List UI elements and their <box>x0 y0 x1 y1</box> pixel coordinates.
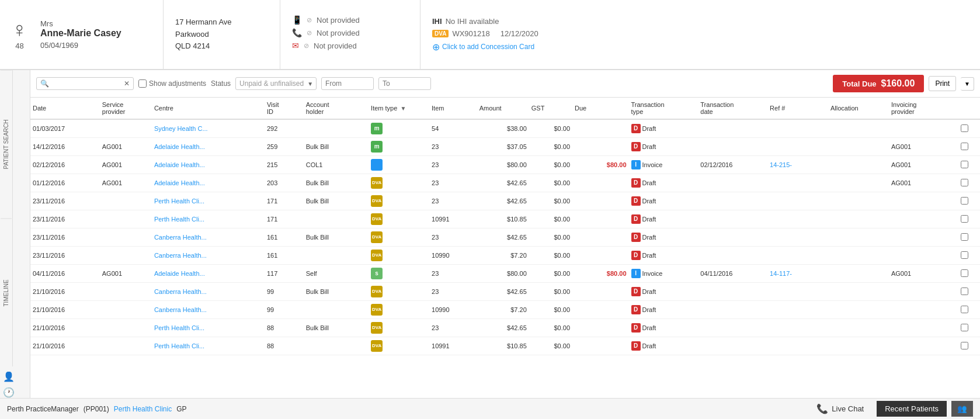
cell-ref <box>767 174 828 192</box>
clock-icon[interactable]: 🕐 <box>3 387 15 398</box>
add-concession-icon: ⊕ <box>432 41 440 53</box>
cell-amount: $42.65 <box>477 174 529 192</box>
cell-transaction-date <box>698 119 767 138</box>
sidebar-tab-patient-search[interactable]: PATIENT SEARCH <box>1 70 12 219</box>
table-row[interactable]: 01/03/2017 Sydney Health C... 292 m 54 $… <box>30 119 980 138</box>
cell-transaction-type: D Draft <box>629 247 698 265</box>
cell-sp <box>100 228 152 247</box>
header-visit-id: VisitID <box>265 98 304 119</box>
sidebar-tab-timeline[interactable]: TIMELINE <box>1 219 12 367</box>
cell-transaction-date <box>698 228 767 247</box>
cell-item-type <box>369 156 429 174</box>
table-row[interactable]: 23/11/2016 Canberra Health... 161 DVA 10… <box>30 247 980 265</box>
header-account-holder: Accountholder <box>304 98 369 119</box>
cell-item: 23 <box>429 156 477 174</box>
cell-allocation <box>828 192 889 210</box>
cell-gst: $0.00 <box>529 156 572 174</box>
add-concession-link[interactable]: ⊕ Click to add Concession Card <box>432 41 538 53</box>
cell-invoicing-provider <box>889 210 958 228</box>
cell-account-holder: Bulk Bill <box>304 138 369 156</box>
patient-icon[interactable]: 👤 <box>3 371 15 382</box>
print-dropdown-button[interactable]: ▼ <box>961 77 974 91</box>
total-due-button[interactable]: Total Due $160.00 <box>833 75 924 92</box>
table-row[interactable]: 21/10/2016 Perth Health Cli... 88 DVA 10… <box>30 337 980 355</box>
cell-transaction-type: D Draft <box>629 228 698 247</box>
cell-checkbox[interactable] <box>958 156 980 174</box>
cell-checkbox[interactable] <box>958 210 980 228</box>
cell-visit-id: 88 <box>265 337 304 355</box>
cell-checkbox[interactable] <box>958 119 980 138</box>
header-transaction-date: Transactiondate <box>698 98 767 119</box>
cell-amount: $42.65 <box>477 192 529 210</box>
cell-date: 21/10/2016 <box>30 283 100 301</box>
cell-allocation <box>828 319 889 337</box>
table-row[interactable]: 04/11/2016 AG001 Adelaide Health... 117 … <box>30 265 980 283</box>
cell-transaction-type: D Draft <box>629 301 698 319</box>
dva-date: 12/12/2020 <box>501 29 538 38</box>
cell-transaction-type: D Draft <box>629 174 698 192</box>
table-row[interactable]: 01/12/2016 AG001 Adelaide Health... 203 … <box>30 174 980 192</box>
cell-item-type: DVA <box>369 301 429 319</box>
header-allocation: Allocation <box>828 98 889 119</box>
no-circle-icon3: ⊘ <box>304 42 309 50</box>
header-item: Item <box>429 98 477 119</box>
mobile-icon: 📱 <box>292 15 302 25</box>
table-row[interactable]: 21/10/2016 Perth Health Cli... 88 Bulk B… <box>30 319 980 337</box>
cell-checkbox[interactable] <box>958 265 980 283</box>
live-chat-button[interactable]: 📞 Live Chat <box>808 400 872 418</box>
item-type-filter-icon[interactable]: ▼ <box>400 105 406 112</box>
cell-centre: Perth Health Cli... <box>152 192 265 210</box>
table-row[interactable]: 23/11/2016 Perth Health Cli... 171 Bulk … <box>30 192 980 210</box>
transactions-table-container: Date Serviceprovider Centre VisitID Acco… <box>30 98 980 398</box>
table-row[interactable]: 21/10/2016 Canberra Health... 99 DVA 109… <box>30 301 980 319</box>
table-row[interactable]: 14/12/2016 AG001 Adelaide Health... 259 … <box>30 138 980 156</box>
cell-item-type: m <box>369 138 429 156</box>
table-row[interactable]: 21/10/2016 Canberra Health... 99 Bulk Bi… <box>30 283 980 301</box>
table-row[interactable]: 23/11/2016 Canberra Health... 161 Bulk B… <box>30 228 980 247</box>
cell-checkbox[interactable] <box>958 174 980 192</box>
cell-sp <box>100 283 152 301</box>
cell-checkbox[interactable] <box>958 192 980 210</box>
cell-date: 23/11/2016 <box>30 210 100 228</box>
cell-checkbox[interactable] <box>958 319 980 337</box>
cell-sp: AG001 <box>100 138 152 156</box>
cell-checkbox[interactable] <box>958 247 980 265</box>
cell-checkbox[interactable] <box>958 138 980 156</box>
cell-transaction-date <box>698 247 767 265</box>
to-date-input[interactable] <box>378 77 431 90</box>
clear-search-button[interactable]: ✕ <box>124 79 130 88</box>
status-wrapper: Unpaid & unfinalised ▼ <box>235 77 317 90</box>
cell-checkbox[interactable] <box>958 337 980 355</box>
from-date-input[interactable] <box>321 77 374 90</box>
search-input[interactable] <box>51 79 121 88</box>
status-select[interactable]: Unpaid & unfinalised <box>235 77 317 90</box>
cell-gst: $0.00 <box>529 283 572 301</box>
table-row[interactable]: 02/12/2016 AG001 Adelaide Health... 215 … <box>30 156 980 174</box>
cell-centre: Perth Health Cli... <box>152 210 265 228</box>
recent-patients-button[interactable]: Recent Patients <box>877 401 947 417</box>
table-row[interactable]: 23/11/2016 Perth Health Cli... 171 DVA 1… <box>30 210 980 228</box>
cell-checkbox[interactable] <box>958 228 980 247</box>
cell-account-holder <box>304 301 369 319</box>
cell-ref <box>767 301 828 319</box>
cell-item-type: m <box>369 119 429 138</box>
cell-visit-id: 292 <box>265 119 304 138</box>
cell-checkbox[interactable] <box>958 283 980 301</box>
cell-invoicing-provider: AG001 <box>889 156 958 174</box>
print-button[interactable]: Print <box>929 76 956 91</box>
cell-ref <box>767 228 828 247</box>
cell-account-holder <box>304 119 369 138</box>
add-patient-button[interactable]: 👥 <box>951 401 973 417</box>
cell-amount: $42.65 <box>477 228 529 247</box>
search-box[interactable]: 🔍 ✕ <box>36 77 134 90</box>
cell-visit-id: 99 <box>265 301 304 319</box>
cell-transaction-date <box>698 174 767 192</box>
cell-date: 01/03/2017 <box>30 119 100 138</box>
cell-date: 04/11/2016 <box>30 265 100 283</box>
cell-item-type: s <box>369 265 429 283</box>
cell-date: 21/10/2016 <box>30 301 100 319</box>
cell-transaction-date <box>698 283 767 301</box>
cell-transaction-date: 04/11/2016 <box>698 265 767 283</box>
show-adjustments-checkbox[interactable] <box>138 79 147 88</box>
cell-checkbox[interactable] <box>958 301 980 319</box>
